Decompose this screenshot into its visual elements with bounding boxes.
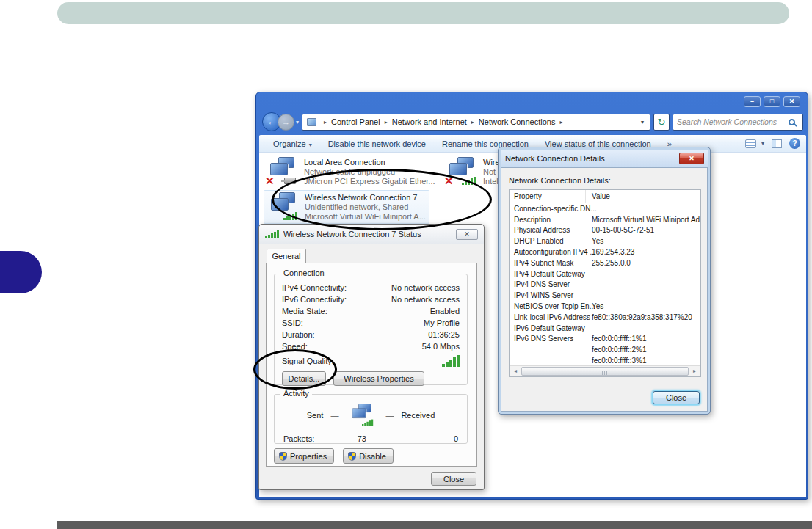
- details-close-button[interactable]: Close: [653, 391, 700, 404]
- table-header: Property Value: [510, 190, 700, 203]
- connection-device: JMicron PCI Express Gigabit Ether...: [304, 177, 435, 186]
- status-row: Media State: Enabled: [275, 305, 467, 317]
- scroll-left-icon[interactable]: ◂: [510, 366, 521, 376]
- tab-general[interactable]: General: [267, 249, 306, 263]
- views-dropdown-icon[interactable]: ▾: [761, 140, 764, 147]
- status-row: IPv6 Connectivity: No network access: [275, 293, 467, 305]
- details-button[interactable]: Details...: [282, 371, 326, 386]
- status-row: IPv4 Connectivity: No network access: [275, 282, 467, 293]
- properties-button[interactable]: Properties: [274, 448, 334, 464]
- connection-name: Wireless Network Connection 7: [305, 192, 426, 203]
- table-row: IPv6 DNS Serversfec0:0:0:ffff::1%1: [510, 334, 700, 345]
- wireless-properties-button[interactable]: Wireless Properties: [333, 371, 424, 386]
- table-row: IPv4 WINS Server: [510, 290, 700, 301]
- signal-bars-icon: [283, 212, 297, 220]
- error-icon: ✕: [444, 177, 454, 186]
- row-label: SSID:: [282, 318, 303, 327]
- table-row: fec0:0:0:ffff::3%1: [510, 355, 700, 366]
- table-row: fec0:0:0:ffff::2%1: [510, 344, 700, 355]
- help-icon[interactable]: ?: [789, 138, 800, 149]
- scrollbar-thumb[interactable]: [521, 367, 689, 376]
- table-row: Link-local IPv6 Addressfe80::380a:92a9:a…: [510, 312, 700, 323]
- close-icon[interactable]: ✕: [456, 229, 478, 240]
- details-table[interactable]: Property Value Connection-specific DN...…: [509, 189, 701, 377]
- address-dropdown-icon[interactable]: ▾: [641, 119, 644, 125]
- close-button[interactable]: ✕: [783, 96, 800, 107]
- signal-bars-icon: [265, 230, 279, 238]
- chevron-down-icon: ▾: [309, 142, 312, 148]
- status-row: SSID: My Profile: [275, 317, 467, 329]
- minimize-button[interactable]: –: [744, 96, 761, 107]
- breadcrumb-control-panel[interactable]: Control Panel: [331, 117, 380, 126]
- activity-group: Activity Sent — — Received Packets: 73 0: [274, 394, 468, 444]
- activity-computer-icon: [349, 404, 375, 427]
- crumb-arrow-icon[interactable]: ▸: [559, 119, 562, 125]
- dash: —: [330, 411, 338, 420]
- column-property[interactable]: Property: [510, 190, 586, 203]
- row-value: No network access: [391, 295, 460, 304]
- row-label: Signal Quality:: [282, 357, 334, 365]
- scroll-right-icon[interactable]: ▸: [689, 366, 700, 376]
- breadcrumb-network-and-internet[interactable]: Network and Internet: [392, 117, 467, 126]
- received-label: Received: [401, 411, 435, 420]
- table-row: IPv4 Default Gateway: [510, 269, 700, 280]
- dialog-title: Wireless Network Connection 7 Status: [283, 230, 452, 238]
- connection-item-wireless-7[interactable]: Wireless Network Connection 7 Unidentifi…: [264, 190, 429, 224]
- signal-bars-icon: [462, 177, 476, 185]
- search-box: [673, 114, 803, 131]
- chapter-side-tab: [0, 251, 42, 293]
- search-icon[interactable]: [789, 119, 795, 125]
- table-row: IPv6 Default Gateway: [510, 323, 700, 334]
- sent-label: Sent: [307, 411, 324, 420]
- dialog-title: Network Connection Details: [505, 154, 679, 163]
- page-header-bar: [57, 2, 789, 24]
- window-controls: – □ ✕: [744, 96, 800, 107]
- connection-status: Network cable unplugged: [304, 167, 435, 177]
- maximize-button[interactable]: □: [764, 96, 780, 107]
- row-label: Duration:: [282, 330, 315, 339]
- divider: [383, 431, 383, 446]
- status-row: Speed: 54.0 Mbps: [275, 340, 467, 352]
- disable-button[interactable]: Disable: [343, 448, 394, 464]
- connection-name: Local Area Connection: [304, 157, 435, 167]
- table-row: Physical Address00-15-00-5C-72-51: [510, 225, 700, 236]
- wifi-adapter-icon: [267, 192, 300, 222]
- toolbar-disable-device[interactable]: Disable this network device: [320, 137, 434, 150]
- breadcrumb-network-connections[interactable]: Network Connections: [479, 117, 556, 126]
- manual-page: – □ ✕ ← → ▾ ▸ Control Panel ▸ Network an…: [0, 0, 812, 529]
- signal-bars-icon: [362, 420, 373, 426]
- organize-menu[interactable]: Organize▾: [265, 137, 320, 150]
- table-row: DescriptionMicrosoft Virtual WiFi Minipo…: [510, 214, 700, 225]
- packets-label: Packets:: [283, 434, 335, 443]
- wifi-adapter-icon: ✕: [446, 157, 478, 186]
- column-value[interactable]: Value: [586, 192, 700, 200]
- connection-item-local-area[interactable]: ✕ Local Area Connection Network cable un…: [267, 157, 435, 186]
- status-close-button[interactable]: Close: [431, 472, 476, 486]
- forward-button[interactable]: →: [278, 114, 294, 131]
- crumb-arrow-icon[interactable]: ▸: [385, 119, 388, 125]
- breadcrumb[interactable]: ▸ Control Panel ▸ Network and Internet ▸…: [302, 114, 650, 131]
- row-label: IPv4 Connectivity:: [282, 283, 347, 292]
- recent-pages-icon[interactable]: ▾: [296, 119, 299, 125]
- search-input[interactable]: [673, 117, 789, 126]
- dialog-titlebar[interactable]: Wireless Network Connection 7 Status ✕: [259, 225, 484, 244]
- horizontal-scrollbar[interactable]: ◂ ▸: [510, 365, 700, 376]
- signal-bars-icon: [442, 355, 460, 367]
- wireless-status-dialog: Wireless Network Connection 7 Status ✕ G…: [258, 224, 485, 490]
- refresh-button[interactable]: ↻: [653, 114, 670, 131]
- close-icon[interactable]: ✕: [679, 153, 704, 164]
- row-value: 54.0 Mbps: [422, 342, 460, 351]
- details-list-label: Network Connection Details:: [509, 176, 611, 185]
- group-label: Connection: [280, 269, 327, 277]
- views-icon[interactable]: [745, 139, 756, 148]
- lan-adapter-icon: ✕: [267, 157, 299, 186]
- row-value: No network access: [391, 283, 460, 292]
- row-value: 01:36:25: [428, 330, 460, 339]
- preview-pane-icon[interactable]: [772, 139, 782, 148]
- row-value: Enabled: [430, 307, 460, 315]
- dialog-titlebar[interactable]: Network Connection Details ✕: [501, 150, 708, 167]
- crumb-arrow-icon[interactable]: ▸: [471, 119, 474, 125]
- address-bar-row: ← → ▾ ▸ Control Panel ▸ Network and Inte…: [262, 112, 803, 131]
- error-icon: ✕: [265, 177, 275, 186]
- group-label: Activity: [280, 389, 312, 398]
